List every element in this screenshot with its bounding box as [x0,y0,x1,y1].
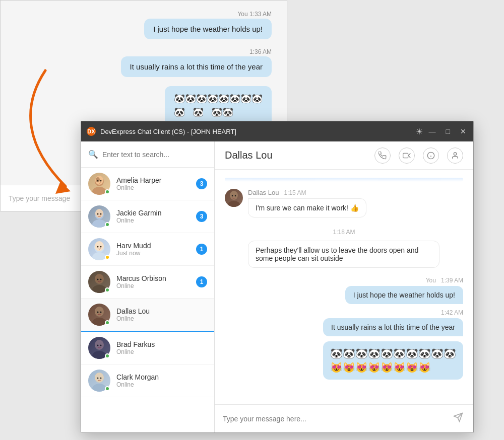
contact-item-harv[interactable]: Harv Mudd Just now 1 [81,233,214,266]
bg-msg-meta-1: You 1:33 AM [237,11,272,18]
status-dot-harv [105,255,110,260]
svg-point-15 [92,252,106,260]
msg-incoming-dallas-1: Dallas Lou 1:15 AM I'm sure we can make … [225,189,463,217]
chat-app-window: DX DevExpress Chat Client (CS) - [JOHN H… [81,121,474,433]
msg-outgoing-meta-2: 1:42 AM [441,309,463,316]
msg-bubble-outgoing-1: I just hope the weather holds up! [345,286,463,304]
msg-time-1: Dallas Lou 1:15 AM [248,189,463,196]
chat-header: Dallas Lou [215,141,473,170]
svg-point-4 [92,187,106,195]
msg-outgoing-meta-1: You 1:39 AM [426,277,463,284]
svg-point-22 [100,279,102,280]
status-dot-brad [105,353,110,358]
chat-input-bar [215,404,473,432]
status-dot-clark [105,386,110,391]
svg-point-39 [454,153,456,155]
contact-info-dallas: Dallas Lou Online [116,307,207,322]
search-input[interactable] [102,151,207,159]
avatar-wrap-harv [88,238,110,260]
msg-sender-1: Dallas Lou [248,189,279,196]
titlebar: DX DevExpress Chat Client (CS) - [JOHN H… [81,121,473,141]
msg-outgoing-emoji: 🐼🐼🐼🐼🐼🐼🐼🐼🐼🐼😻😻😻😻😻😻😻😻 [225,341,463,380]
contact-status-brad: Online [116,348,207,355]
svg-point-34 [100,378,102,379]
contact-info-marcus: Marcus Orbison Online [116,274,196,289]
call-button[interactable] [374,148,391,164]
contact-name-clark: Clark Morgan [116,373,207,381]
theme-icon[interactable]: ☀ [416,127,423,136]
svg-point-20 [95,274,104,284]
avatar-wrap-jackie [88,205,110,228]
svg-point-30 [100,345,102,346]
contact-item-brad[interactable]: Brad Farkus Online [81,332,214,364]
svg-point-24 [95,307,104,317]
msg-outgoing-1: You 1:39 AM I just hope the weather hold… [225,277,463,304]
svg-point-25 [97,312,99,313]
badge-jackie: 3 [196,211,207,222]
contact-status-amelia: Online [116,184,196,191]
badge-harv: 1 [196,244,207,255]
close-button[interactable]: ✕ [458,126,468,136]
contact-name-brad: Brad Farkus [116,340,207,348]
contact-name-amelia: Amelia Harper [116,176,196,184]
svg-point-33 [97,378,99,379]
msg-bubble-1: I'm sure we can make it work! 👍 [248,198,366,217]
contact-item-amelia[interactable]: Amelia Harper Online 3 [81,168,214,200]
contact-status-dallas: Online [116,315,207,322]
app-body: 🔍 [81,141,473,432]
svg-point-23 [92,318,106,326]
svg-point-40 [228,201,240,207]
svg-point-13 [100,213,102,215]
contact-item-clark[interactable]: Clark Morgan Online [81,364,214,397]
svg-point-31 [92,384,106,392]
contact-info-jackie: Jackie Garmin Online [116,209,196,224]
video-button[interactable] [399,148,415,164]
badge-marcus: 1 [196,276,207,287]
time-divider-118: 1:18 AM [225,229,463,236]
maximize-button[interactable]: □ [444,126,452,136]
svg-point-10 [92,219,106,228]
chat-message-input[interactable] [223,415,446,423]
svg-point-43 [235,195,236,197]
contact-info-harv: Harv Mudd Just now [116,242,196,257]
svg-point-7 [97,180,99,182]
contact-info-clark: Clark Morgan Online [116,373,207,388]
svg-point-27 [92,351,106,359]
svg-point-32 [95,373,104,383]
chat-messages: Dallas Lou 1:15 AM I'm sure we can make … [215,170,473,404]
window-controls: — □ ✕ [427,126,468,136]
contact-info-brad: Brad Farkus Online [116,340,207,355]
contact-name-dallas: Dallas Lou [116,307,207,315]
msg-bubble-2: Perhaps they'll allow us to leave the do… [248,241,439,268]
bg-msg-bubble-1: I just hope the weather holds up! [144,19,272,39]
incoming-avatar-dallas [225,189,243,207]
avatar-wrap-brad [88,337,110,359]
search-bar: 🔍 [81,141,214,168]
app-icon: DX [86,126,96,136]
svg-point-12 [97,213,99,215]
svg-point-28 [95,340,104,350]
status-dot-amelia [105,189,110,194]
contact-name-harv: Harv Mudd [116,242,196,250]
emoji-bubble-outgoing: 🐼🐼🐼🐼🐼🐼🐼🐼🐼🐼😻😻😻😻😻😻😻😻 [323,341,463,380]
msg-incoming-content-1: Dallas Lou 1:15 AM I'm sure we can make … [248,189,463,217]
svg-point-8 [100,180,102,182]
svg-point-18 [100,246,102,248]
contact-item-dallas[interactable]: Dallas Lou Online [81,299,214,332]
svg-point-42 [232,195,233,197]
sidebar: 🔍 [81,141,215,432]
contact-item-jackie[interactable]: Jackie Garmin Online 3 [81,200,214,233]
bg-input-placeholder: Type your message [9,194,70,202]
info-button[interactable] [423,148,439,164]
contact-name-marcus: Marcus Orbison [116,274,196,282]
scroll-indicator [225,178,463,182]
svg-point-21 [97,279,99,280]
send-button[interactable] [451,410,465,427]
search-icon: 🔍 [88,150,98,159]
contacts-button[interactable] [447,148,463,164]
contact-item-marcus[interactable]: Marcus Orbison Online 1 [81,266,214,299]
chat-area: Dallas Lou [215,141,473,432]
svg-text:DX: DX [87,128,95,134]
svg-point-26 [100,312,102,313]
minimize-button[interactable]: — [427,126,438,136]
